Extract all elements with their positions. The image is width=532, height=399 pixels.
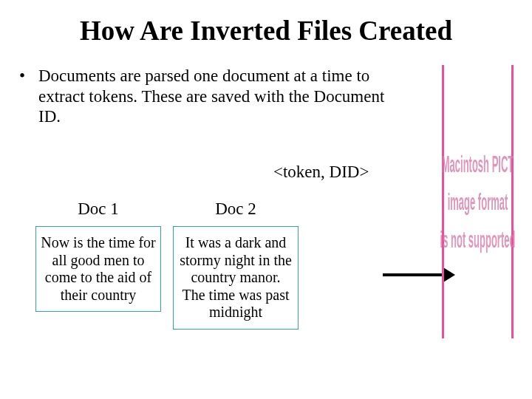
doc-column-1: Doc 1 Now is the time for all good men t… (35, 200, 161, 330)
doc-label: Doc 1 (78, 200, 119, 219)
placeholder-text: Macintosh PICT image format is not suppo… (440, 159, 516, 245)
documents-container: Doc 1 Now is the time for all good men t… (35, 200, 299, 330)
arrow-icon (383, 273, 443, 276)
doc-box: Now is the time for all good men to come… (35, 226, 161, 312)
placeholder-line-1: Macintosh PICT (442, 151, 514, 177)
doc-label: Doc 2 (215, 200, 256, 219)
arrow-shaft (383, 273, 443, 276)
token-pair-label: <token, DID> (273, 163, 369, 182)
right-panel-placeholder: Macintosh PICT image format is not suppo… (442, 65, 514, 338)
doc-box: It was a dark and stormy night in the co… (173, 226, 299, 330)
doc-column-2: Doc 2 It was a dark and stormy night in … (173, 200, 299, 330)
placeholder-line-2: image format (448, 188, 508, 215)
placeholder-line-3: is not supported (440, 226, 516, 253)
slide-title: How Are Inverted Files Created (0, 15, 532, 47)
